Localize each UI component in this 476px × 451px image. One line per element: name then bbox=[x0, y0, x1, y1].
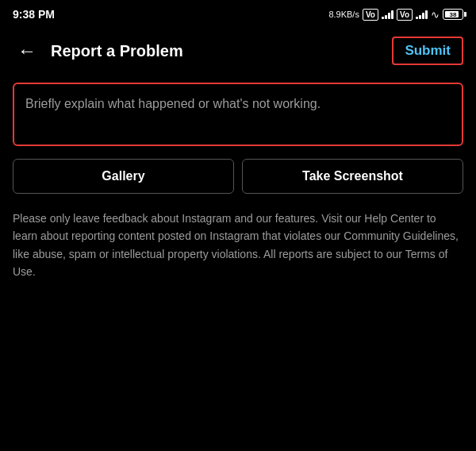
back-arrow-icon: ← bbox=[17, 40, 36, 62]
battery-percent: 38 bbox=[450, 11, 457, 18]
input-placeholder: Briefly explain what happened or what's … bbox=[25, 97, 321, 110]
network-speed: 8.9KB/s bbox=[328, 10, 359, 19]
battery-icon: 38 bbox=[443, 9, 463, 20]
signal-bars-1 bbox=[382, 10, 393, 19]
signal-bar-4 bbox=[391, 10, 393, 19]
vol-lte-icon: Vo bbox=[363, 9, 378, 21]
signal-bar-3 bbox=[388, 13, 390, 19]
gallery-button[interactable]: Gallery bbox=[13, 159, 234, 194]
submit-button[interactable]: Submit bbox=[392, 37, 463, 65]
signal-bar-5 bbox=[416, 17, 418, 19]
signal-bar-1 bbox=[382, 17, 384, 19]
status-right-icons: 8.9KB/s Vo Vo ∿ 38 bbox=[328, 9, 463, 21]
navbar: ← Report a Problem Submit bbox=[0, 29, 476, 73]
info-text: Please only leave feedback about Instagr… bbox=[13, 210, 463, 281]
take-screenshot-button[interactable]: Take Screenshot bbox=[242, 159, 463, 194]
signal-bar-2 bbox=[385, 15, 387, 19]
status-bar: 9:38 PM 8.9KB/s Vo Vo ∿ 38 bbox=[0, 0, 476, 29]
status-time: 9:38 PM bbox=[13, 8, 55, 21]
signal-bars-2 bbox=[416, 10, 428, 19]
signal-bar-6 bbox=[419, 15, 421, 19]
page-title: Report a Problem bbox=[51, 42, 392, 60]
signal-bar-7 bbox=[422, 13, 424, 19]
back-button[interactable]: ← bbox=[13, 37, 41, 65]
main-content: Briefly explain what happened or what's … bbox=[0, 73, 476, 291]
problem-description-input[interactable]: Briefly explain what happened or what's … bbox=[13, 83, 463, 146]
action-buttons-row: Gallery Take Screenshot bbox=[13, 159, 463, 194]
wifi-icon: ∿ bbox=[431, 9, 440, 21]
vol-lte-icon-2: Vo bbox=[397, 9, 413, 21]
signal-bar-8 bbox=[425, 10, 428, 19]
